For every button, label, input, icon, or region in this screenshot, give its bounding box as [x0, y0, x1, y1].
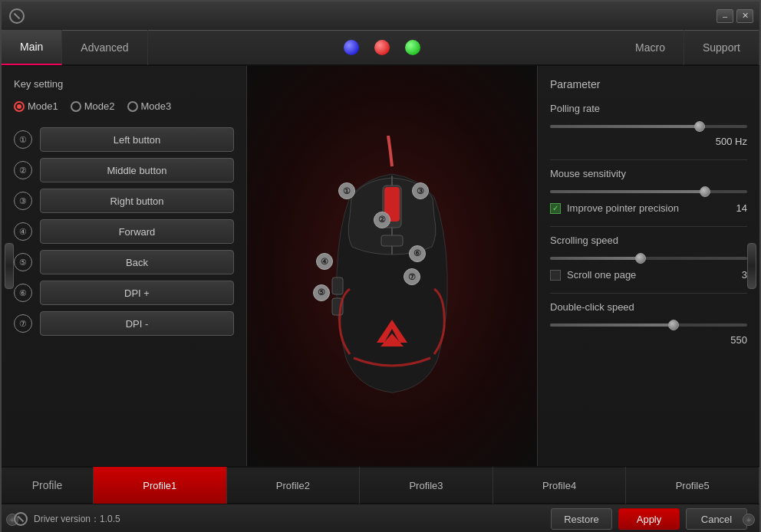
scrolling-speed-section: Scrolling speed Scroll one page 3 [550, 235, 747, 281]
apply-button[interactable]: Apply [618, 508, 680, 530]
sensitivity-fill [550, 190, 703, 193]
footer-logo [14, 512, 28, 526]
btn-num-2: ② [14, 161, 32, 179]
double-click-section: Double-click speed 550 [550, 301, 747, 346]
mouse-container: ① ② ③ ④ ⑤ ⑥ ⑦ [308, 136, 476, 396]
dpi-minus-button-key[interactable]: DPI - [40, 311, 234, 336]
driver-version-text: Driver version：1.0.5 [34, 513, 120, 526]
mode1-radio-circle [14, 101, 25, 112]
mouse-panel: ① ② ③ ④ ⑤ ⑥ ⑦ [247, 66, 537, 466]
polling-rate-slider[interactable] [550, 120, 747, 133]
led-dots [148, 40, 617, 55]
double-click-value: 550 [550, 334, 747, 346]
divider-3 [550, 293, 747, 294]
tab-advanced[interactable]: Advanced [62, 30, 147, 65]
led-red[interactable] [374, 40, 390, 55]
double-click-label: Double-click speed [550, 301, 747, 313]
btn-num-6: ⑥ [14, 284, 32, 302]
left-button-key[interactable]: Left button [40, 127, 234, 152]
mouse-badge-1: ① [338, 182, 355, 199]
forward-button-key[interactable]: Forward [40, 219, 234, 244]
key-setting-title: Key setting [14, 78, 234, 90]
main-window: – ✕ Main Advanced Macro Support Key sett… [0, 0, 761, 532]
profile-bar: Profile Profile1 Profile2 Profile3 Profi… [2, 466, 759, 503]
driver-version: Driver version：1.0.5 [14, 512, 120, 526]
polling-rate-fill [550, 125, 698, 128]
profile2-tab[interactable]: Profile2 [227, 467, 361, 504]
scroll-one-page-checkbox[interactable] [550, 270, 561, 281]
scrolling-speed-thumb[interactable] [635, 253, 646, 264]
led-green[interactable] [405, 40, 420, 55]
sensitivity-thumb[interactable] [700, 186, 710, 197]
button-row-5: ⑤ Back [14, 250, 234, 274]
tab-macro[interactable]: Macro [617, 30, 684, 65]
title-bar: – ✕ [2, 2, 759, 31]
profile1-tab[interactable]: Profile1 [94, 467, 227, 504]
right-panel: Parameter Polling rate 500 Hz Mouse sens… [537, 66, 759, 466]
cancel-button[interactable]: Cancel [686, 508, 747, 530]
double-click-fill [550, 323, 672, 327]
nav-bar: Main Advanced Macro Support [2, 31, 759, 66]
mode2-radio[interactable]: Mode2 [71, 100, 115, 112]
double-click-slider[interactable] [550, 319, 747, 331]
mode3-radio-circle [127, 101, 138, 112]
app-logo [9, 8, 25, 24]
middle-button-key[interactable]: Middle button [40, 158, 234, 182]
mouse-badge-5: ⑤ [313, 284, 330, 301]
btn-num-7: ⑦ [14, 314, 32, 333]
window-controls: – ✕ [717, 9, 753, 23]
right-button-key[interactable]: Right button [40, 189, 234, 213]
polling-rate-section: Polling rate 500 Hz [550, 103, 747, 147]
button-row-2: ② Middle button [14, 158, 234, 182]
parameter-title: Parameter [550, 78, 747, 90]
sensitivity-slider[interactable] [550, 186, 747, 198]
button-row-1: ① Left button [14, 127, 234, 152]
divider-1 [550, 159, 747, 160]
screw-br [743, 514, 755, 526]
sensitivity-label: Mouse sensitivity [550, 168, 747, 179]
button-row-3: ③ Right button [14, 189, 234, 213]
profile5-tab[interactable]: Profile5 [626, 467, 759, 504]
minimize-button[interactable]: – [717, 9, 733, 23]
btn-num-1: ① [14, 130, 32, 149]
dpi-plus-button-key[interactable]: DPI + [40, 281, 234, 305]
mouse-badge-2: ② [374, 212, 390, 228]
sensitivity-section: Mouse sensitivity Improve pointer precis… [550, 168, 747, 214]
side-screw-left [5, 243, 14, 289]
profile4-tab[interactable]: Profile4 [493, 467, 627, 504]
close-button[interactable]: ✕ [736, 9, 753, 23]
content-area: Key setting Mode1 Mode2 Mode3 ① Left but… [2, 66, 759, 466]
restore-button[interactable]: Restore [551, 508, 612, 530]
mouse-badge-6: ⑥ [409, 245, 426, 262]
button-row-4: ④ Forward [14, 219, 234, 244]
mode2-radio-circle [71, 101, 81, 112]
tab-main[interactable]: Main [2, 30, 62, 65]
back-button-key[interactable]: Back [40, 250, 234, 274]
footer: Driver version：1.0.5 Restore Apply Cance… [2, 503, 759, 532]
mode1-radio[interactable]: Mode1 [14, 100, 58, 112]
mode3-radio[interactable]: Mode3 [127, 100, 172, 112]
mode3-label: Mode3 [141, 100, 172, 112]
improve-pointer-label: Improve pointer precision [567, 202, 679, 214]
improve-pointer-checkbox[interactable] [550, 203, 561, 214]
led-blue[interactable] [344, 40, 359, 55]
profile3-tab[interactable]: Profile3 [360, 467, 493, 504]
mouse-svg [308, 136, 476, 396]
scroll-one-page-row: Scroll one page 3 [550, 269, 747, 281]
scroll-one-page-label: Scroll one page [567, 269, 636, 281]
scrolling-speed-slider[interactable] [550, 252, 747, 264]
mouse-badge-4: ④ [316, 253, 333, 270]
button-row-7: ⑦ DPI - [14, 311, 234, 336]
mode2-label: Mode2 [84, 100, 115, 112]
btn-num-5: ⑤ [14, 253, 32, 271]
tab-support[interactable]: Support [684, 30, 759, 65]
divider-2 [550, 226, 747, 227]
side-screw-right [747, 243, 756, 289]
btn-num-4: ④ [14, 222, 32, 241]
polling-rate-value: 500 Hz [550, 136, 747, 147]
double-click-thumb[interactable] [668, 320, 679, 330]
polling-rate-label: Polling rate [550, 103, 747, 114]
polling-rate-thumb[interactable] [694, 121, 705, 132]
svg-rect-3 [381, 235, 403, 246]
svg-rect-4 [332, 277, 343, 294]
